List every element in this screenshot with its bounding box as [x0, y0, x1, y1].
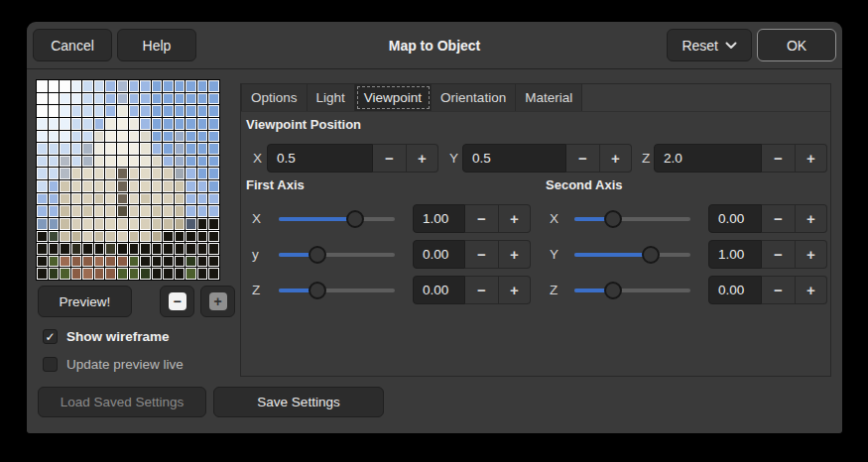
viewpoint-z-increment-button[interactable]: + [796, 144, 827, 173]
zoom-out-button[interactable]: − [160, 286, 194, 317]
preview-tile [186, 156, 196, 168]
preview-tile [82, 118, 93, 130]
zoom-in-button[interactable]: + [200, 286, 235, 317]
slider-handle[interactable] [604, 210, 622, 228]
slider-fill [279, 217, 355, 221]
viewpoint-z-decrement-button[interactable]: − [762, 144, 796, 173]
slider-fill [574, 253, 651, 257]
preview-button[interactable]: Preview! [38, 286, 132, 317]
second-axis-y-increment-button[interactable]: + [796, 240, 827, 269]
preview-tile [105, 168, 116, 179]
first-axis-x-increment-button[interactable]: + [499, 204, 531, 233]
first-axis-x-slider[interactable] [279, 204, 395, 234]
preview-tile [129, 268, 140, 280]
preview-tile [49, 131, 60, 143]
first-axis-z-decrement-button[interactable]: − [465, 276, 499, 304]
preview-tile [60, 231, 70, 243]
second-axis-y-decrement-button[interactable]: − [762, 240, 796, 269]
slider-handle[interactable] [346, 210, 364, 228]
unchecked-checkbox-icon[interactable] [43, 357, 58, 372]
second-axis-z-increment-button[interactable]: + [796, 276, 827, 304]
preview-tile [140, 93, 151, 105]
second-axis-x-input[interactable]: 0.00 [708, 204, 762, 233]
tab-options[interactable]: Options [241, 84, 308, 111]
preview-tile [71, 218, 82, 230]
slider-handle[interactable] [642, 246, 660, 264]
second-axis-z-decrement-button[interactable]: − [762, 276, 796, 304]
preview-tile [94, 131, 105, 143]
preview-tile [71, 205, 82, 217]
ok-button[interactable]: OK [757, 29, 836, 61]
preview-tile [208, 231, 219, 243]
first-axis-x-input[interactable]: 1.00 [413, 204, 465, 233]
first-axis-x-label: X [252, 204, 261, 234]
preview-tile [60, 93, 70, 105]
second-axis-z-slider[interactable] [574, 276, 690, 305]
tab-viewpoint[interactable]: Viewpoint [355, 84, 432, 111]
load-saved-settings-button[interactable]: Load Saved Settings [38, 387, 206, 417]
preview-tile [175, 93, 186, 105]
save-settings-button[interactable]: Save Settings [213, 387, 384, 417]
preview-tile [197, 256, 208, 268]
preview-tile [152, 143, 163, 155]
preview-tile [37, 168, 48, 179]
preview-tile [208, 156, 219, 168]
map-to-object-dialog: Cancel Help Map to Object Reset OK Previ… [27, 22, 842, 433]
slider-handle[interactable] [309, 246, 326, 264]
viewpoint-z-input[interactable]: 2.0 [654, 144, 762, 173]
first-axis-y-input[interactable]: 0.00 [413, 240, 465, 269]
preview-tile [117, 131, 128, 143]
tab-material[interactable]: Material [516, 84, 582, 111]
preview-tile [71, 193, 82, 205]
preview-tile [163, 80, 174, 92]
first-axis-z-increment-button[interactable]: + [499, 276, 531, 304]
preview-tile [208, 143, 219, 155]
preview-tile [71, 156, 82, 168]
viewpoint-y-increment-button[interactable]: + [600, 144, 632, 173]
preview-tile [117, 168, 128, 179]
second-axis-x-decrement-button[interactable]: − [762, 204, 796, 233]
second-axis-x-increment-button[interactable]: + [796, 204, 827, 233]
preview-tile [140, 131, 151, 143]
preview-tile [94, 156, 105, 168]
checkbox-update-preview-live[interactable]: Update preview live [43, 356, 184, 373]
preview-tile [71, 93, 82, 105]
first-axis-x-spingroup: 1.00−+ [413, 204, 531, 233]
preview-tile [186, 231, 196, 243]
reset-button[interactable]: Reset [667, 29, 752, 61]
help-button[interactable]: Help [117, 29, 196, 61]
first-axis-y-spingroup: 0.00−+ [413, 240, 531, 269]
first-axis-z-slider[interactable] [279, 276, 395, 305]
viewpoint-x-input[interactable]: 0.5 [267, 144, 373, 173]
preview-tile [140, 256, 151, 268]
preview-tile [175, 156, 186, 168]
preview-tile [186, 93, 196, 105]
preview-tile [175, 80, 186, 92]
viewpoint-x-increment-button[interactable]: + [407, 144, 438, 173]
preview-tile [197, 218, 208, 230]
first-axis-y-decrement-button[interactable]: − [465, 240, 499, 269]
viewpoint-y-input[interactable]: 0.5 [462, 144, 566, 173]
cancel-button[interactable]: Cancel [33, 29, 112, 61]
tab-light[interactable]: Light [308, 84, 355, 111]
slider-handle[interactable] [309, 282, 326, 299]
tab-orientation[interactable]: Orientation [432, 84, 516, 111]
settings-notebook: OptionsLightViewpointOrientationMaterial… [240, 83, 831, 377]
second-axis-z-input[interactable]: 0.00 [708, 276, 762, 304]
first-axis-y-increment-button[interactable]: + [499, 240, 531, 269]
viewpoint-y-decrement-button[interactable]: − [566, 144, 600, 173]
slider-handle[interactable] [604, 282, 622, 299]
preview-tile [82, 218, 93, 230]
second-axis-y-slider[interactable] [574, 240, 690, 270]
second-axis-x-slider[interactable] [574, 204, 690, 234]
checkbox-show-wireframe[interactable]: ✓Show wireframe [43, 328, 170, 345]
preview-tile [152, 256, 163, 268]
first-axis-x-decrement-button[interactable]: − [465, 204, 499, 233]
second-axis-y-input[interactable]: 1.00 [708, 240, 762, 269]
preview-tile [37, 243, 48, 255]
checked-checkbox-icon[interactable]: ✓ [43, 329, 58, 344]
preview-tile [60, 131, 70, 143]
viewpoint-x-decrement-button[interactable]: − [373, 144, 407, 173]
first-axis-z-input[interactable]: 0.00 [413, 276, 465, 304]
first-axis-y-slider[interactable] [279, 240, 395, 270]
